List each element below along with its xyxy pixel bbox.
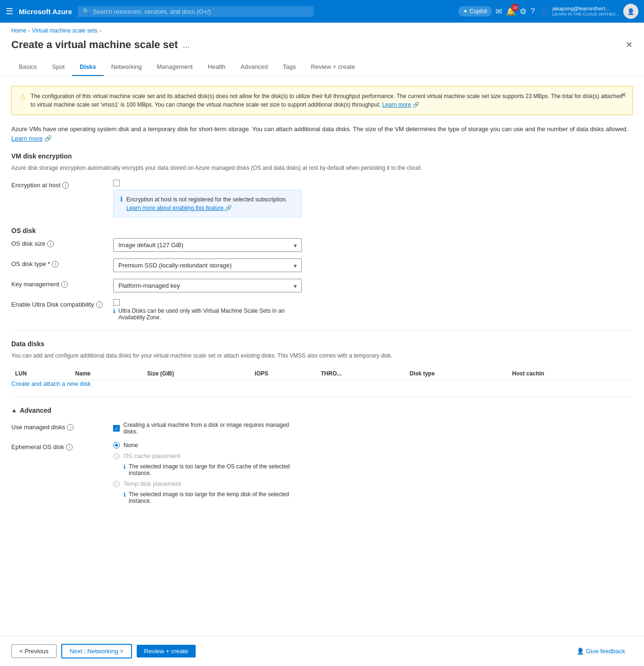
settings-icon[interactable]: ⚙ [520,7,527,17]
col-size: Size (GiB) [143,367,251,380]
tab-review-create[interactable]: Review + create [304,58,363,76]
breadcrumb-sep1: › [28,28,30,33]
notification-bell-icon[interactable]: 🔔 10 [506,7,516,17]
key-management-dropdown[interactable]: Platform-managed key [113,279,302,292]
ultra-disk-info-icon[interactable]: i [96,301,103,308]
alert-banner: ⚠ The configuration of this virtual mach… [11,86,633,115]
os-disk-type-dropdown[interactable]: Premium SSD (locally-redundant storage) [113,258,302,272]
os-disk-size-info-icon[interactable]: i [47,241,54,247]
os-disk-size-label: OS disk size i [11,238,106,247]
review-create-button[interactable]: Review + create [137,645,196,658]
user-subtitle: LEARN IN THE CLOUD (INTHEC... [553,12,619,17]
tab-disks[interactable]: Disks [72,58,104,76]
col-host-caching: Host cachin [508,367,633,380]
ephemeral-os-disk-info-icon[interactable]: i [66,444,73,450]
disk-description: Azure VMs have one operating system disk… [11,125,633,143]
top-navigation: ☰ Microsoft Azure 🔍 ✦ Copilot ✉ 🔔 10 ⚙ ?… [0,0,644,23]
tab-management[interactable]: Management [149,58,200,76]
col-name: Name [72,367,144,380]
table-header-row: LUN Name Size (GiB) IOPS THRO... Disk ty… [11,367,633,380]
content-area: ⚠ The configuration of this virtual mach… [0,76,644,636]
advanced-heading: Advanced [20,407,51,414]
use-managed-disks-row: Use managed disks i Creating a virtual m… [11,422,633,435]
tab-spot[interactable]: Spot [44,58,72,76]
encryption-at-host-checkbox[interactable] [113,180,120,186]
avatar[interactable]: 👤 [623,4,638,19]
enable-feature-link[interactable]: Learn more about enabling this feature [126,205,225,211]
col-iops: IOPS [251,367,317,380]
alert-text: The configuration of this virtual machin… [31,92,625,109]
brand-name: Microsoft Azure [19,8,72,16]
search-icon: 🔍 [83,8,90,15]
advanced-toggle-button[interactable]: ▲ Advanced [11,407,633,414]
encryption-info-box: ℹ Encryption at host is not registered f… [113,190,302,217]
divider [11,330,633,331]
os-cache-info-icon: ℹ [124,464,126,470]
give-feedback-button[interactable]: 👤 Give feedback [569,645,633,658]
hamburger-menu-icon[interactable]: ☰ [6,6,13,17]
alert-close-button[interactable]: ✕ [621,91,627,99]
breadcrumb-home[interactable]: Home [11,27,26,34]
more-options-icon[interactable]: ... [182,40,190,50]
user-feedback-icon[interactable]: 👤 [539,7,549,17]
use-managed-disks-info-icon[interactable]: i [67,424,74,431]
advanced-section: ▲ Advanced Use managed disks i Creating … [11,407,633,504]
search-input[interactable] [93,8,309,15]
divider-2 [11,397,633,397]
encryption-at-host-row: Encryption at host i ℹ Encryption at hos… [11,180,633,217]
close-button[interactable]: ✕ [626,40,633,50]
description-learn-more-link[interactable]: Learn more [11,135,42,142]
radio-none-label: None [124,441,138,449]
key-management-info-icon[interactable]: i [61,281,68,288]
search-bar[interactable]: 🔍 [78,6,314,17]
col-thro: THRO... [317,367,406,380]
ultra-disk-label: Enable Ultra Disk compatibility i [11,299,106,308]
vm-disk-encryption-heading: VM disk encryption [11,152,633,160]
user-area[interactable]: jakapong@learninthecl... LEARN IN THE CL… [553,4,638,19]
main-container: Home › Virtual machine scale sets › Crea… [0,23,644,666]
os-disk-type-label: OS disk type * i [11,258,106,267]
ephemeral-os-disk-label: Ephemeral OS disk i [11,441,106,450]
data-disks-table: LUN Name Size (GiB) IOPS THRO... Disk ty… [11,367,633,380]
os-disk-size-dropdown[interactable]: Image default (127 GiB) [113,238,302,252]
tab-advanced[interactable]: Advanced [233,58,275,76]
use-managed-disks-note: Creating a virtual machine from a disk o… [124,422,302,435]
tab-networking[interactable]: Networking [104,58,149,76]
topnav-right-area: ✦ Copilot ✉ 🔔 10 ⚙ ? 👤 jakapong@learnint… [458,4,638,19]
col-lun: LUN [11,367,72,380]
temp-disk-info-text: ℹ The selected image is too large for th… [124,491,302,504]
tab-health[interactable]: Health [200,58,233,76]
alert-learn-more-link[interactable]: Learn more [382,101,411,108]
mail-icon[interactable]: ✉ [495,7,502,17]
collapse-icon: ▲ [11,407,17,414]
ultra-disk-info-icon-inline: ℹ [113,308,116,315]
bottom-bar: < Previous Next : Networking > Review + … [0,636,644,666]
notification-badge: 10 [511,4,519,11]
radio-temp-disk-button[interactable] [113,481,120,487]
col-disk-type: Disk type [406,367,509,380]
tab-bar: Basics Spot Disks Networking Management … [0,58,644,76]
os-disk-heading: OS disk [11,227,633,234]
radio-os-cache-button[interactable] [113,453,120,459]
encryption-at-host-info-icon[interactable]: i [62,182,69,189]
radio-none-button[interactable] [113,442,120,449]
use-managed-disks-checkbox[interactable] [113,425,120,432]
tab-basics[interactable]: Basics [11,58,44,76]
ultra-disk-checkbox[interactable] [113,299,120,306]
os-disk-section: OS disk OS disk size i Image default (12… [11,227,633,321]
page-header: Create a virtual machine scale set ... ✕ [0,39,644,58]
data-disks-section: Data disks You can add and configure add… [11,340,633,387]
key-management-row: Key management i Platform-managed key ▾ [11,279,633,292]
breadcrumb: Home › Virtual machine scale sets › [0,23,644,39]
help-icon[interactable]: ? [530,7,535,16]
ultra-disk-info-text: ℹ Ultra Disks can be used only with Virt… [113,308,302,321]
previous-button[interactable]: < Previous [11,644,57,658]
breadcrumb-parent[interactable]: Virtual machine scale sets [32,27,98,34]
create-attach-disk-link[interactable]: Create and attach a new disk [11,380,91,387]
os-disk-type-info-icon[interactable]: i [52,261,58,267]
copilot-button[interactable]: ✦ Copilot [458,6,492,17]
next-networking-button[interactable]: Next : Networking > [61,644,132,658]
os-disk-type-row: OS disk type * i Premium SSD (locally-re… [11,258,633,272]
tab-tags[interactable]: Tags [275,58,303,76]
user-name: jakapong@learninthecl... [553,5,619,12]
